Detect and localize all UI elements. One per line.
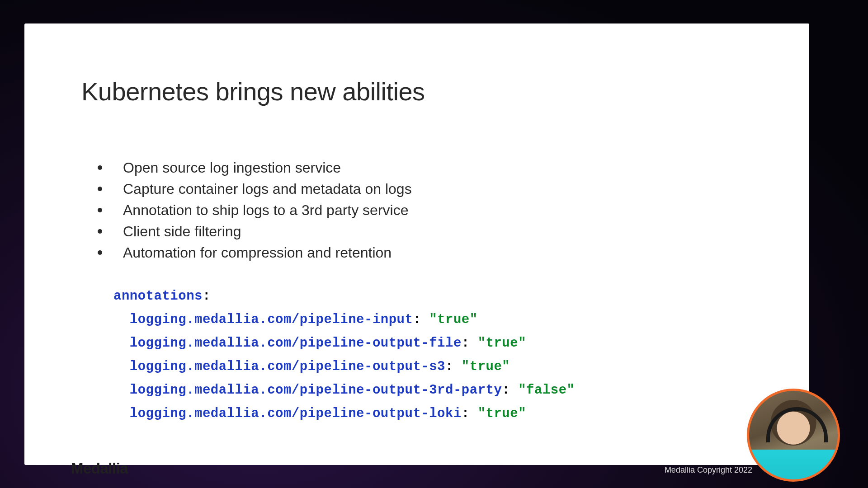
yaml-value: "true" <box>478 336 526 351</box>
slide-title: Kubernetes brings new abilities <box>81 77 425 106</box>
yaml-key: logging.medallia.com/pipeline-output-lok… <box>130 406 462 421</box>
list-item: Automation for compression and retention <box>95 242 412 263</box>
speaker-webcam-overlay <box>747 389 840 482</box>
yaml-key: logging.medallia.com/pipeline-input <box>130 312 413 327</box>
yaml-key: annotations <box>113 289 203 304</box>
yaml-code-block: annotations: logging.medallia.com/pipeli… <box>113 285 575 426</box>
yaml-value: "true" <box>462 359 510 374</box>
yaml-value: "false" <box>518 383 575 398</box>
yaml-key: logging.medallia.com/pipeline-output-3rd… <box>130 383 502 398</box>
copyright-text: Medallia Copyright 2022 <box>665 465 752 475</box>
yaml-value: "true" <box>478 406 526 421</box>
yaml-value: "true" <box>429 312 477 327</box>
bullet-list: Open source log ingestion service Captur… <box>95 157 412 263</box>
list-item: Open source log ingestion service <box>95 157 412 178</box>
brand-logo-text: Medallia <box>71 460 128 477</box>
video-frame: Kubernetes brings new abilities Open sou… <box>0 0 868 488</box>
yaml-key: logging.medallia.com/pipeline-output-fil… <box>130 336 462 351</box>
list-item: Capture container logs and metadata on l… <box>95 178 412 200</box>
yaml-key: logging.medallia.com/pipeline-output-s3 <box>130 359 445 374</box>
slide: Kubernetes brings new abilities Open sou… <box>24 23 809 465</box>
list-item: Annotation to ship logs to a 3rd party s… <box>95 200 412 221</box>
list-item: Client side filtering <box>95 221 412 242</box>
